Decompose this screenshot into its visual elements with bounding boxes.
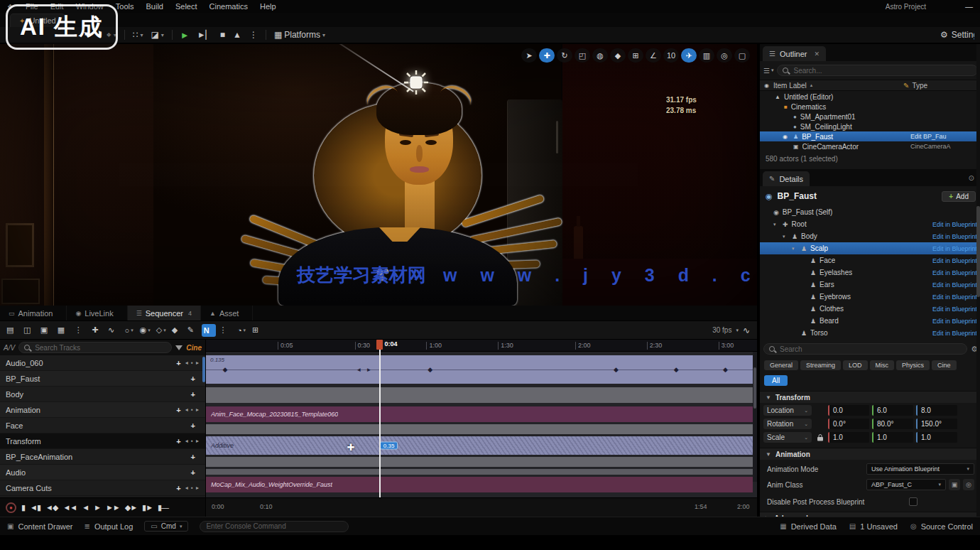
screen-percentage-icon[interactable]: ▥ [699,48,714,63]
outliner-row[interactable]: ◉ ■ Cinematics [760,102,980,112]
add-section-button[interactable]: + [176,359,180,367]
playhead-line[interactable] [379,340,381,497]
filter-chip[interactable]: Physics [896,360,930,370]
key-nav-controls[interactable]: ◂ ▪ ▸ [185,360,200,366]
blueprints-dropdown[interactable]: ∷▾ [133,30,143,40]
x-value-field[interactable]: 1.0 [828,432,869,443]
add-component-button[interactable]: + Add [942,191,976,202]
selected-key-chip[interactable]: 0.35 [380,442,398,450]
timeline[interactable]: 0:050:301:001:302:002:303:00 0.135◆◆◆◆◆◄… [206,340,757,497]
empty-lane[interactable] [206,457,753,467]
jump-forward-button[interactable]: ►► [106,503,120,512]
light-gizmo-icon[interactable] [403,70,429,98]
key-nav-controls[interactable]: ◂ ▪ ▸ [185,438,200,444]
track-search-input[interactable] [33,343,166,352]
grid-snap-icon[interactable]: ⊞ ▾ [250,324,265,337]
y-value-field[interactable]: 80.0° [872,419,913,429]
curve-tool-icon[interactable]: ✎ ▾ [185,324,200,337]
keyframe-lane[interactable]: 0.135◆◆◆◆◆◄ ► [206,355,753,384]
play-options-icon[interactable]: ⋮ [249,30,258,40]
track-search-box[interactable] [18,342,172,353]
edit-in-blueprint-link[interactable]: Edit in Blueprint [918,318,977,325]
unsaved-button[interactable]: ▤ 1 Unsaved [849,522,898,531]
outliner-filter-icon[interactable]: ☰▾ [763,67,773,75]
save-icon[interactable]: ▤ ▾ [4,324,20,337]
z-value-field[interactable]: 150.0° [916,419,957,429]
frame-skip-button[interactable]: ►▏ [197,30,212,40]
bottom-panel-tab[interactable]: ◉ LiveLink [67,306,127,320]
outliner-search-box[interactable] [777,65,978,76]
empty-lane[interactable] [206,469,753,475]
empty-lane[interactable] [206,424,753,434]
add-section-button[interactable]: + [191,468,195,477]
viewport[interactable]: ➤✚↻◰◍◆⊞∠10✈▥◎▢ 31.17 fps 23.78 ms 技艺学习素材… [0,44,757,306]
sequencer-track-row[interactable]: Camera Cuts + ◂ ▪ ▸ [0,480,205,496]
component-row[interactable]: ▾ ♟ Eyelashes Edit in Blueprint [760,266,980,279]
use-selected-icon[interactable]: ◎ [963,479,974,490]
details-search-input[interactable] [778,345,962,354]
outliner-row[interactable]: ◉ ● SM_CeilingLight [760,122,980,131]
playback-options-icon[interactable]: ○ ▾ [122,324,136,337]
audio-clip-lane[interactable]: MoCap_Mix_Audio_WeightOverride_Faust [206,477,753,492]
edit-in-blueprint-link[interactable]: Edit in Blueprint [918,269,977,276]
add-section-button[interactable]: + [191,421,195,430]
filter-chip[interactable]: Cine [932,360,957,370]
menu-item[interactable]: Tools [116,2,134,11]
cinematics-dropdown[interactable]: ◪▾ [151,30,163,40]
component-row[interactable]: ▾ ◉ BP_Faust (Self) [760,206,980,218]
type-column[interactable]: Type [912,82,927,90]
pin-icon[interactable]: ⊙ [969,174,974,182]
component-row[interactable]: ▾ ♟ Ears Edit in Blueprint [760,279,980,291]
all-filter-button[interactable]: All [764,375,788,386]
component-row[interactable]: ▾ ♟ Torso Edit in Blueprint [760,327,980,339]
add-section-button[interactable]: + [191,390,195,399]
bottom-panel-tab[interactable]: ▲ Asset [201,306,253,320]
snap-value-label[interactable]: 10 [663,48,679,63]
outliner-row[interactable]: ◉ ▲ Untitled (Editor) [760,92,980,102]
expand-arrow-icon[interactable]: ▾ [792,246,797,252]
edit-in-blueprint-link[interactable]: Edit in Blueprint [918,245,977,252]
x-value-field[interactable]: 0.0 [828,405,869,416]
component-row[interactable]: ▾ ♟ Clothes Edit in Blueprint [760,303,980,315]
sequencer-track-row[interactable]: Body + [0,387,205,402]
y-value-field[interactable]: 6.0 [872,405,913,416]
keyframe-icon[interactable]: ◆ [674,366,679,373]
normalized-view-toggle[interactable]: N ▾ [202,324,216,337]
filter-badge[interactable]: Cine [186,344,202,352]
settings-button[interactable]: ⚙ Settings [940,30,974,40]
content-drawer-button[interactable]: ▣ Content Drawer [7,522,73,531]
fps-dropdown[interactable]: 30 fps [712,326,731,334]
outliner-search-input[interactable] [792,66,972,75]
details-scrollbar[interactable] [976,44,980,519]
add-section-button[interactable]: + [191,374,195,383]
outliner-column-header[interactable]: ◉ Item Label▴ ✎Type [760,80,980,91]
component-row[interactable]: ▾ ✚ Root Edit in Blueprint [760,218,980,230]
y-value-field[interactable]: 1.0 [872,432,913,443]
derived-data-button[interactable]: ▦ Derived Data [780,522,837,531]
stop-button[interactable]: ■ [220,30,225,40]
filter-chip[interactable]: Streaming [800,360,841,370]
sequencer-track-row[interactable]: Audio + [0,465,205,480]
timeline-scrollbar[interactable] [753,352,757,482]
step-forward-button[interactable]: ▮► [142,503,153,512]
sequence-breadcrumb[interactable]: A/V [4,344,15,352]
edit-in-blueprint-link[interactable]: Edit in Blueprint [918,221,977,228]
actor-type-text[interactable]: Edit BP_Fau [910,133,979,140]
select-tool-icon[interactable]: ➤ [521,48,537,63]
outliner-tab[interactable]: ☰ Outliner ✕ [763,46,826,61]
rotate-tool-icon[interactable]: ↻ [557,48,572,63]
camera-options-icon[interactable]: ◉ ▾ [138,324,153,337]
keyframe-icon[interactable]: ◆ [723,366,728,373]
source-control-button[interactable]: ◎ Source Control [910,522,973,531]
animation-mode-select[interactable]: Use Animation Blueprint ▾ [866,463,974,475]
transform-property-dropdown[interactable]: Location ⌄ [763,405,812,416]
rotation-snap-icon[interactable]: ∠ [646,48,661,63]
z-value-field[interactable]: 1.0 [916,432,957,443]
to-front-button[interactable]: ▮ [21,503,25,512]
component-row[interactable]: ▾ ♟ Face Edit in Blueprint [760,254,980,266]
surface-snap-icon[interactable]: ◆ [610,48,626,63]
expand-arrow-icon[interactable]: ▾ [773,222,779,227]
minimize-button[interactable]: — [965,2,973,11]
jump-back-button[interactable]: ◄◄ [62,503,77,512]
key-nav-icons[interactable]: ◄ ► [356,367,373,373]
